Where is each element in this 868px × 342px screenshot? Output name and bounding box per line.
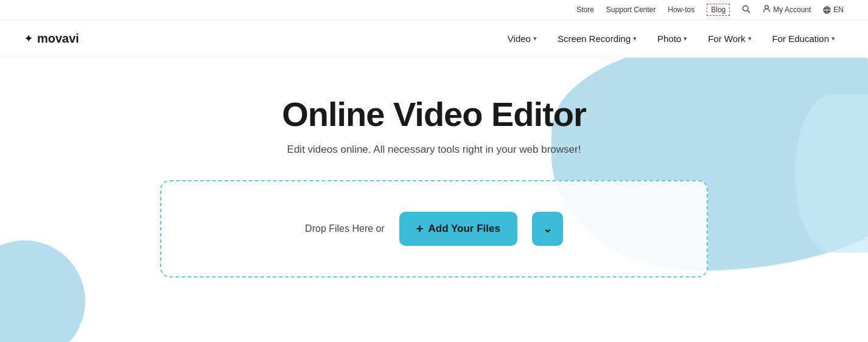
nav-links: Video ▾ Screen Recording ▾ Photo ▾ For W… — [499, 29, 844, 49]
hero-content: Online Video Editor Edit videos online. … — [0, 94, 868, 277]
logo[interactable]: ✦ movavi — [24, 32, 79, 46]
language-selector[interactable]: EN — [823, 5, 844, 14]
svg-line-1 — [747, 10, 750, 13]
svg-point-3 — [824, 7, 831, 13]
main-nav: ✦ movavi Video ▾ Screen Recording ▾ Phot… — [0, 20, 868, 58]
nav-item-for-education[interactable]: For Education ▾ — [764, 29, 844, 49]
blog-link[interactable]: Blog — [707, 4, 730, 16]
upload-drop-zone[interactable]: Drop Files Here or + Add Your Files ⌄ — [160, 180, 708, 277]
my-account-link[interactable]: My Account — [763, 5, 811, 15]
svg-point-4 — [826, 7, 828, 13]
search-icon[interactable] — [742, 5, 751, 15]
store-link[interactable]: Store — [576, 5, 594, 14]
add-files-button[interactable]: + Add Your Files — [399, 212, 517, 246]
logo-text: movavi — [37, 32, 79, 46]
chevron-down-icon: ▾ — [533, 35, 537, 43]
plus-icon: + — [416, 222, 424, 236]
chevron-down-icon: ▾ — [748, 35, 752, 43]
chevron-down-icon: ▾ — [633, 35, 637, 43]
nav-item-for-work[interactable]: For Work ▾ — [699, 29, 760, 49]
chevron-down-icon: ⌄ — [543, 222, 552, 236]
hero-title: Online Video Editor — [282, 94, 586, 134]
drop-files-text: Drop Files Here or — [305, 223, 385, 234]
add-files-label: Add Your Files — [429, 223, 500, 235]
logo-icon: ✦ — [24, 33, 32, 44]
add-files-dropdown-button[interactable]: ⌄ — [532, 212, 563, 246]
support-link[interactable]: Support Center — [606, 5, 656, 14]
user-icon — [763, 5, 771, 15]
chevron-down-icon: ▾ — [831, 35, 835, 43]
howtos-link[interactable]: How-tos — [668, 5, 695, 14]
nav-item-photo[interactable]: Photo ▾ — [649, 29, 696, 49]
top-bar: Store Support Center How-tos Blog My Acc… — [0, 0, 868, 20]
hero-subtitle: Edit videos online. All necessary tools … — [287, 144, 581, 156]
nav-item-screen-recording[interactable]: Screen Recording ▾ — [549, 29, 645, 49]
hero-section: Online Video Editor Edit videos online. … — [0, 58, 868, 342]
nav-item-video[interactable]: Video ▾ — [499, 29, 545, 49]
chevron-down-icon: ▾ — [684, 35, 687, 43]
